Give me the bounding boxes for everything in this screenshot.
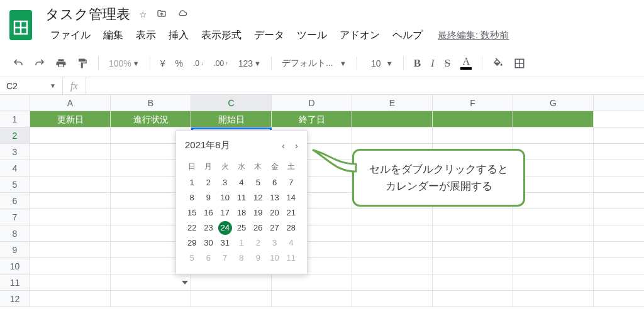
row-6[interactable]: 6 [0, 193, 30, 209]
cell-E2[interactable] [352, 127, 433, 143]
calendar-day[interactable]: 13 [268, 191, 282, 205]
menu-format[interactable]: 表示形式 [196, 26, 247, 45]
menu-edit[interactable]: 編集 [98, 26, 128, 45]
row-10[interactable]: 10 [0, 258, 30, 274]
calendar-day[interactable]: 20 [268, 206, 282, 220]
cell-A2[interactable] [30, 127, 111, 143]
row-3[interactable]: 3 [0, 144, 30, 160]
undo-icon[interactable] [9, 55, 28, 72]
cell-F2[interactable] [433, 127, 513, 143]
text-color-button[interactable]: A [457, 54, 475, 72]
calendar-day[interactable]: 8 [235, 251, 248, 265]
menu-addons[interactable]: アドオン [335, 26, 385, 45]
calendar-day[interactable]: 21 [284, 206, 298, 220]
font-family-select[interactable]: デフォルト... ▼ [278, 55, 350, 72]
calendar-day[interactable]: 8 [185, 191, 199, 205]
menu-insert[interactable]: 挿入 [164, 26, 194, 45]
bold-button[interactable]: B [410, 55, 425, 72]
calendar-day[interactable]: 6 [268, 176, 282, 190]
calendar-day[interactable]: 23 [201, 221, 215, 235]
calendar-day[interactable]: 4 [235, 176, 248, 190]
prev-month-icon[interactable]: ‹ [282, 140, 285, 151]
calendar-day[interactable]: 18 [235, 206, 248, 220]
row-9[interactable]: 9 [0, 242, 30, 257]
dec-increase-button[interactable]: .00↑ [209, 57, 231, 70]
calendar-day[interactable]: 25 [235, 221, 248, 235]
row-11[interactable]: 11 [0, 274, 30, 290]
calendar-day[interactable]: 26 [251, 221, 265, 235]
calendar-day[interactable]: 11 [235, 191, 248, 205]
select-all-corner[interactable] [0, 95, 30, 111]
calendar-day[interactable]: 1 [235, 236, 248, 250]
print-icon[interactable] [52, 55, 70, 72]
calendar-day[interactable]: 16 [201, 206, 215, 220]
cell-G1[interactable] [513, 111, 594, 127]
currency-button[interactable]: ¥ [157, 56, 169, 71]
calendar-day[interactable]: 31 [218, 236, 232, 250]
calendar-day[interactable]: 7 [218, 251, 232, 265]
borders-button[interactable] [510, 55, 529, 72]
italic-button[interactable]: I [427, 55, 438, 72]
calendar-day[interactable]: 11 [284, 251, 298, 265]
calendar-day[interactable]: 22 [185, 221, 199, 235]
menu-view[interactable]: 表示 [131, 26, 161, 45]
col-C[interactable]: C [191, 95, 272, 111]
cell-D1[interactable]: 終了日 [272, 111, 352, 127]
star-icon[interactable]: ☆ [139, 9, 147, 19]
calendar-day[interactable]: 5 [251, 176, 265, 190]
calendar-day[interactable]: 28 [284, 221, 298, 235]
col-G[interactable]: G [513, 95, 594, 111]
menu-data[interactable]: データ [249, 26, 289, 45]
cell-B1[interactable]: 進行状況 [111, 111, 191, 127]
move-icon[interactable] [156, 9, 167, 21]
formula-input[interactable] [86, 77, 644, 94]
calendar-day[interactable]: 2 [201, 176, 215, 190]
cell-C1[interactable]: 開始日 [191, 111, 272, 127]
calendar-day[interactable]: 9 [201, 191, 215, 205]
dec-decrease-button[interactable]: .0↓ [189, 57, 208, 70]
row-5[interactable]: 5 [0, 176, 30, 192]
sheets-logo[interactable] [8, 8, 34, 43]
dropdown-icon[interactable] [182, 281, 188, 285]
calendar-day[interactable]: 27 [268, 221, 282, 235]
row-8[interactable]: 8 [0, 225, 30, 241]
calendar-day[interactable]: 12 [251, 191, 265, 205]
strike-button[interactable]: S [441, 55, 454, 72]
calendar-day[interactable]: 1 [185, 176, 199, 190]
name-box[interactable]: C2▼ [0, 77, 63, 94]
col-E[interactable]: E [352, 95, 433, 111]
cell-A1[interactable]: 更新日 [30, 111, 111, 127]
calendar-day[interactable]: 29 [185, 236, 199, 250]
calendar-day[interactable]: 30 [201, 236, 215, 250]
next-month-icon[interactable]: › [295, 140, 298, 151]
col-B[interactable]: B [111, 95, 191, 111]
last-edit[interactable]: 最終編集: 数秒前 [438, 30, 509, 41]
col-D[interactable]: D [272, 95, 352, 111]
percent-button[interactable]: % [172, 56, 187, 71]
cell-F1[interactable] [433, 111, 513, 127]
calendar-day[interactable]: 2 [251, 236, 265, 250]
calendar-day[interactable]: 19 [251, 206, 265, 220]
fill-color-button[interactable] [489, 55, 508, 72]
row-1[interactable]: 1 [0, 111, 30, 127]
row-2[interactable]: 2 [0, 127, 30, 143]
calendar-day[interactable]: 6 [201, 251, 215, 265]
cell-G2[interactable] [513, 127, 594, 143]
calendar-day[interactable]: 3 [218, 176, 232, 190]
more-formats-button[interactable]: 123▼ [235, 56, 265, 71]
menu-help[interactable]: ヘルプ [387, 26, 428, 45]
font-size-select[interactable]: 10 ▼ [364, 56, 397, 71]
col-F[interactable]: F [433, 95, 513, 111]
cell-E1[interactable] [352, 111, 433, 127]
row-12[interactable]: 12 [0, 291, 30, 306]
row-4[interactable]: 4 [0, 160, 30, 176]
calendar-day[interactable]: 17 [218, 206, 232, 220]
menu-tools[interactable]: ツール [292, 26, 332, 45]
paint-format-icon[interactable] [73, 55, 92, 72]
calendar-day[interactable]: 5 [185, 251, 199, 265]
redo-icon[interactable] [30, 55, 49, 72]
calendar-day[interactable]: 3 [268, 236, 282, 250]
calendar-day[interactable]: 14 [284, 191, 298, 205]
col-A[interactable]: A [30, 95, 111, 111]
calendar-day[interactable]: 10 [218, 191, 232, 205]
